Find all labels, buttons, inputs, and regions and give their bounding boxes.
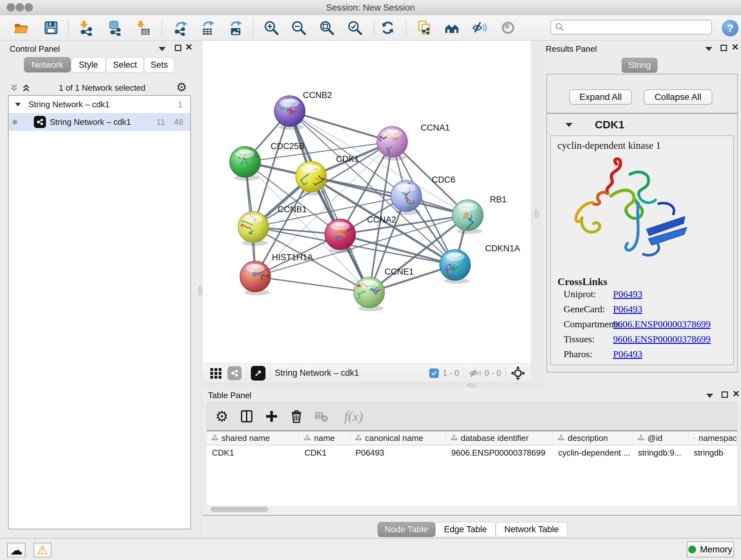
node-CDC25B[interactable]: CDC25B <box>230 141 305 181</box>
export-image-icon[interactable] <box>227 19 244 37</box>
node-label-CCNA2: CCNA2 <box>367 215 396 225</box>
table-row[interactable]: CDK1CDK1P064939606.ENSP00000378699cyclin… <box>207 445 737 460</box>
zoom-in-icon[interactable] <box>263 19 280 37</box>
tab-sets[interactable]: Sets <box>144 57 175 72</box>
left-splitter[interactable] <box>198 41 203 538</box>
close-panel-icon[interactable]: ✕ <box>732 388 740 399</box>
table-cell[interactable]: cyclin-dependent ... <box>553 445 633 460</box>
import-table-icon[interactable] <box>134 19 151 37</box>
help-icon[interactable]: ? <box>722 20 738 37</box>
search-input[interactable] <box>567 22 711 32</box>
import-network-from-database-icon[interactable] <box>106 19 124 37</box>
table-cell[interactable]: stringdb <box>689 445 737 460</box>
table-cell[interactable]: P06493 <box>350 445 446 460</box>
crosslink-value-link[interactable]: 9606.ENSP00000378699 <box>613 319 711 329</box>
crosslink-value-link[interactable]: P06493 <box>613 349 643 360</box>
tab-network[interactable]: Network <box>24 57 71 72</box>
save-session-icon[interactable] <box>43 19 60 37</box>
select-columns-icon[interactable] <box>237 406 257 427</box>
expand-all-button[interactable]: Expand All <box>569 89 632 105</box>
zoom-out-icon[interactable] <box>290 19 307 37</box>
inactive-eye-icon[interactable] <box>499 19 517 37</box>
column-header-namespac[interactable]: namespac <box>689 431 737 445</box>
table-cell[interactable]: CDK1 <box>207 445 299 460</box>
table-horizontal-scrollbar[interactable] <box>207 505 737 514</box>
selected-checkbox-icon[interactable] <box>429 368 439 378</box>
scrollbar-thumb[interactable] <box>211 507 268 512</box>
show-all-apps-icon[interactable] <box>443 19 461 37</box>
column-header-description[interactable]: description <box>553 431 633 445</box>
close-panel-icon[interactable]: ✕ <box>185 42 192 52</box>
collection-expand-icon[interactable] <box>15 103 21 106</box>
delete-column-icon[interactable] <box>286 406 307 427</box>
hidden-eye-icon[interactable] <box>468 368 481 378</box>
network-share-view-icon[interactable] <box>227 366 242 380</box>
export-network-icon[interactable] <box>172 19 189 37</box>
tab-select[interactable]: Select <box>106 57 144 72</box>
hidden-count: 0 - 0 <box>484 368 501 378</box>
crosslink-value-link[interactable]: P06493 <box>613 304 643 314</box>
hide-unhide-panels-icon[interactable] <box>471 19 488 37</box>
birdseye-view-icon[interactable] <box>251 366 266 381</box>
column-header-canonical-name[interactable]: canonical name <box>350 431 446 445</box>
copy-network-icon[interactable] <box>416 19 433 37</box>
float-panel-icon[interactable] <box>722 391 728 398</box>
node-label-HIST1H1A: HIST1H1A <box>272 253 313 262</box>
column-header--id[interactable]: @id <box>633 431 689 445</box>
panel-menu-icon[interactable] <box>158 47 165 51</box>
panel-menu-icon[interactable] <box>705 47 712 51</box>
column-header-name[interactable]: name <box>299 431 350 445</box>
table-cell[interactable]: stringdb:9... <box>633 445 689 460</box>
network-svg: CCNB2CCNA1CDC25BCDK1CDC6RB1CCNB1CCNA2CDK… <box>203 41 531 363</box>
refresh-icon[interactable] <box>379 19 396 37</box>
export-table-icon[interactable] <box>199 19 217 37</box>
memory-button[interactable]: Memory <box>687 542 734 557</box>
collapse-all-icon[interactable] <box>9 83 19 93</box>
table-cell[interactable]: 9606.ENSP00000378699 <box>446 445 553 460</box>
zoom-selected-icon[interactable] <box>346 19 363 37</box>
network-collection-row[interactable]: String Network – cdk1 1 <box>9 96 190 113</box>
network-canvas[interactable]: CCNB2CCNA1CDC25BCDK1CDC6RB1CCNB1CCNA2CDK… <box>203 41 531 363</box>
tab-node-table[interactable]: Node Table <box>378 522 435 537</box>
tab-string[interactable]: String <box>622 58 657 73</box>
table-header-row: shared namenamecanonical namedatabase id… <box>207 431 737 445</box>
column-header-shared-name[interactable]: shared name <box>207 431 299 445</box>
crosslink-value-link[interactable]: P06493 <box>613 289 643 300</box>
add-column-icon[interactable] <box>261 406 282 427</box>
tab-edge-table[interactable]: Edge Table <box>435 522 495 537</box>
zoom-fit-content-icon[interactable] <box>318 19 335 37</box>
network-options-gear-icon[interactable]: ⚙ <box>176 80 187 94</box>
toolbar-separator <box>161 19 162 37</box>
column-header-database-identifier[interactable]: database identifier <box>446 431 553 445</box>
edge-CCNB2-CCNE1[interactable] <box>290 111 369 293</box>
panel-menu-icon[interactable] <box>706 394 713 398</box>
float-panel-icon[interactable] <box>721 45 727 51</box>
tab-network-table[interactable]: Network Table <box>495 522 567 537</box>
node-HIST1H1A[interactable]: HIST1H1A <box>240 253 313 295</box>
table-cell[interactable]: CDK1 <box>299 445 350 460</box>
node-CCNA1[interactable]: CCNA1 <box>377 123 450 161</box>
crosslink-value-link[interactable]: 9606.ENSP00000378699 <box>613 334 711 345</box>
open-session-icon[interactable] <box>12 19 30 37</box>
right-splitter[interactable] <box>531 41 542 385</box>
toolbar-separator <box>68 19 69 37</box>
gene-collapse-icon[interactable] <box>565 123 572 127</box>
float-panel-icon[interactable] <box>175 45 181 51</box>
warning-icon[interactable]: ⚠ <box>33 543 51 557</box>
expand-all-icon[interactable] <box>21 83 31 93</box>
edge-CCNB2-CCNA1[interactable] <box>290 111 392 142</box>
grid-view-icon[interactable] <box>209 366 223 380</box>
node-CDKN1A[interactable]: CDKN1A <box>440 244 520 284</box>
node-RB1[interactable]: RB1 <box>453 195 507 234</box>
cloud-status-icon[interactable]: ☁ <box>7 543 25 557</box>
collapse-all-button[interactable]: Collapse All <box>644 89 712 105</box>
fit-selected-crosshair-icon[interactable] <box>510 366 526 381</box>
close-panel-icon[interactable]: ✕ <box>731 42 739 52</box>
network-row-selected[interactable]: String Network – cdk1 11 48 <box>9 113 190 131</box>
network-status-dot-icon <box>12 120 17 125</box>
tab-style[interactable]: Style <box>71 57 106 72</box>
edge-HIST1H1A-CCNE1[interactable] <box>255 276 369 293</box>
import-network-icon[interactable] <box>77 19 95 37</box>
table-toolbar: ⚙ f(x) <box>207 402 737 430</box>
table-settings-gear-icon[interactable]: ⚙ <box>212 406 232 427</box>
